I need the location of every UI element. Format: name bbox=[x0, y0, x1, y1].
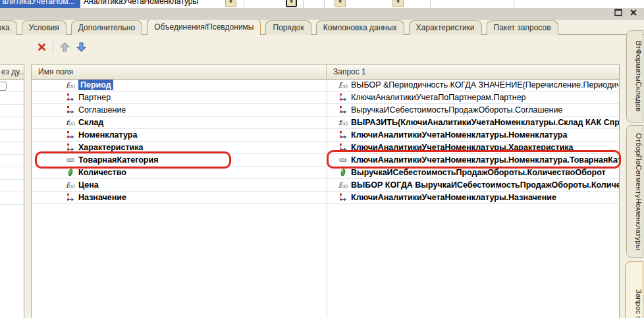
query-expression-text: ВЫРАЗИТЬ(КлючиАналитикиУчетаНоменклатуры… bbox=[351, 118, 619, 127]
table-header: Имя поля Запрос 1 bbox=[32, 65, 619, 80]
tab-strip: вкаУсловияДополнительноОбъединения/Псевд… bbox=[0, 19, 644, 35]
field-icon bbox=[66, 93, 75, 101]
field-icon bbox=[66, 194, 75, 201]
table-row[interactable]: f(x)Ценаf(x)ВЫБОР КОГДА ВыручкаИСебестои… bbox=[32, 179, 619, 192]
table-row[interactable]: СоглашениеВыручкаИСебестоимостьПродажОбо… bbox=[32, 104, 619, 117]
top-cutoff-strip: алитикаУчетаНом... АналитикаУчетаНоменкл… bbox=[0, 0, 644, 8]
resource-icon bbox=[338, 169, 348, 176]
left-table-row[interactable] bbox=[0, 192, 24, 205]
aliases-toolbar bbox=[36, 40, 86, 53]
maximize-icon bbox=[614, 9, 622, 16]
table-row[interactable]: f(x)Складf(x)ВЫРАЗИТЬ(КлючиАналитикиУчет… bbox=[32, 117, 619, 129]
query-batch-tabstrip: ВтФорматыСкладовОтборПоСегментуНоменклат… bbox=[624, 26, 644, 318]
tab-Характеристики[interactable]: Характеристики bbox=[409, 20, 482, 35]
table-body: f(x)Периодf(x)ВЫБОР &Периодичность КОГДА… bbox=[32, 79, 619, 318]
column-separator bbox=[303, 0, 304, 8]
field-icon bbox=[66, 106, 75, 114]
table-row[interactable]: ТоварнаяКатегорияКлючиАналитикиУчетаНоме… bbox=[32, 154, 619, 167]
field-name-text: Характеристика bbox=[78, 143, 144, 152]
move-up-button[interactable] bbox=[59, 41, 70, 52]
field-name-text: Период bbox=[78, 80, 113, 90]
tab-Условия[interactable]: Условия bbox=[22, 20, 67, 35]
tab-Порядок[interactable]: Порядок bbox=[265, 20, 311, 35]
alias-field-value[interactable]: АналитикаУчетаНоменклатуры bbox=[84, 0, 198, 8]
up-arrow-icon bbox=[60, 42, 70, 52]
tab-Компоновка данных[interactable]: Компоновка данных bbox=[316, 20, 404, 35]
left-table-row[interactable] bbox=[0, 117, 24, 130]
close-icon bbox=[630, 9, 637, 16]
field-icon bbox=[338, 93, 348, 101]
left-column-header: ез ду... bbox=[0, 65, 24, 80]
function-icon: f(x) bbox=[338, 81, 348, 90]
maximize-button[interactable] bbox=[612, 9, 624, 19]
tab-Дополнительно[interactable]: Дополнительно bbox=[71, 20, 142, 35]
field-icon bbox=[338, 194, 348, 201]
close-button[interactable] bbox=[628, 9, 639, 19]
function-icon: f(x) bbox=[66, 181, 75, 190]
toolbar-separator bbox=[53, 41, 53, 52]
dropdown-button[interactable]: ▾ bbox=[392, 0, 404, 7]
query-expression-text: КлючиАналитикиУчетаНоменклатуры.Назначен… bbox=[351, 193, 556, 202]
left-table-body bbox=[0, 80, 24, 205]
field-icon bbox=[338, 131, 348, 139]
function-icon: f(x) bbox=[66, 119, 75, 127]
move-down-button[interactable] bbox=[76, 41, 86, 52]
query-expression-text: ВЫБОР КОГДА ВыручкаИСебестоимостьПродажО… bbox=[351, 180, 619, 190]
resource-icon bbox=[66, 169, 75, 176]
field-icon bbox=[338, 144, 348, 151]
query-expression-text: КлючиАналитикиУчетаНоменклатуры.Характер… bbox=[351, 143, 574, 152]
dropdown-button[interactable]: ▾ bbox=[335, 0, 346, 7]
column-header-field-name: Имя поля bbox=[32, 65, 327, 79]
field-name-text: Номенклатура bbox=[78, 130, 137, 140]
partial-checkbox[interactable] bbox=[0, 82, 7, 91]
query-expression-text: КлючиАналитикиУчетаПоПартнерам.Партнер bbox=[351, 93, 526, 102]
vertical-tab-Запрос пакета 3[interactable]: Запрос пакета 3 bbox=[625, 261, 643, 318]
function-icon: f(x) bbox=[338, 119, 348, 127]
column-header-query1: Запрос 1 bbox=[327, 65, 619, 79]
table-row[interactable]: НазначениеКлючиАналитикиУчетаНоменклатур… bbox=[32, 192, 619, 204]
column-separator bbox=[514, 0, 514, 8]
field-icon bbox=[66, 144, 75, 151]
left-table-row[interactable] bbox=[0, 130, 24, 142]
table-row[interactable]: ПартнерКлючиАналитикиУчетаПоПартнерам.Па… bbox=[32, 92, 619, 104]
left-table-row[interactable] bbox=[0, 180, 24, 192]
function-icon: f(x) bbox=[338, 181, 348, 190]
field-name-text: Склад bbox=[78, 118, 103, 127]
query-expression-text: ВЫБОР &Периодичность КОГДА ЗНАЧЕНИЕ(Пере… bbox=[351, 80, 619, 90]
query-expression-text: КлючиАналитикиУчетаНоменклатуры.Номенкла… bbox=[351, 130, 567, 140]
vertical-tab-ВтФорматыСкладов[interactable]: ВтФорматыСкладов bbox=[626, 30, 643, 122]
table-row[interactable]: f(x)Периодf(x)ВЫБОР &Периодичность КОГДА… bbox=[32, 79, 619, 92]
field-name-text: Цена bbox=[78, 180, 99, 190]
column-separator bbox=[324, 0, 325, 8]
left-table-row[interactable] bbox=[0, 155, 24, 167]
field-name-text: Партнер bbox=[78, 93, 111, 102]
column-separator bbox=[244, 0, 244, 8]
left-table-row[interactable] bbox=[0, 92, 24, 105]
tab-Объединения/Псевдонимы[interactable]: Объединения/Псевдонимы bbox=[147, 18, 261, 35]
window-titlebar bbox=[0, 8, 644, 20]
query-expression-text: ВыручкаИСебестоимостьПродажОбороты.Согла… bbox=[351, 105, 562, 115]
table-row[interactable]: КоличествоВыручкаИСебестоимостьПродажОбо… bbox=[32, 167, 619, 179]
table-row[interactable]: ХарактеристикаКлючиАналитикиУчетаНоменкл… bbox=[32, 142, 619, 154]
query-expression-text: ВыручкаИСебестоимостьПродажОбороты.Колич… bbox=[351, 168, 606, 177]
left-table-row[interactable] bbox=[0, 167, 24, 180]
selected-list-item[interactable]: алитикаУчетаНом... bbox=[0, 0, 80, 8]
vertical-tab-ОтборПоСегментуНоменклатуры[interactable]: ОтборПоСегментуНоменклатуры bbox=[626, 125, 643, 258]
query-expression-text: КлючиАналитикиУчетаНоменклатуры.Номенкла… bbox=[351, 155, 619, 165]
red-x-icon bbox=[38, 43, 46, 51]
minus-icon bbox=[66, 156, 75, 164]
tab-вка[interactable]: вка bbox=[0, 20, 17, 35]
field-icon bbox=[338, 106, 348, 114]
field-name-text: Количество bbox=[78, 168, 126, 177]
tab-Пакет запросов[interactable]: Пакет запросов bbox=[487, 20, 558, 35]
dropdown-button[interactable]: ▾ bbox=[225, 0, 236, 7]
aliases-table: Имя поля Запрос 1 f(x)Периодf(x)ВЫБОР &П… bbox=[31, 65, 620, 318]
left-table-row[interactable] bbox=[0, 142, 24, 155]
field-icon bbox=[66, 131, 75, 139]
left-table-row[interactable] bbox=[0, 105, 24, 117]
field-name-text: Назначение bbox=[78, 193, 126, 202]
table-row[interactable]: НоменклатураКлючиАналитикиУчетаНоменклат… bbox=[32, 129, 619, 142]
field-name-text: ТоварнаяКатегория bbox=[78, 155, 158, 165]
delete-button[interactable] bbox=[36, 41, 47, 52]
dropdown-button[interactable]: ▾ bbox=[286, 0, 297, 7]
